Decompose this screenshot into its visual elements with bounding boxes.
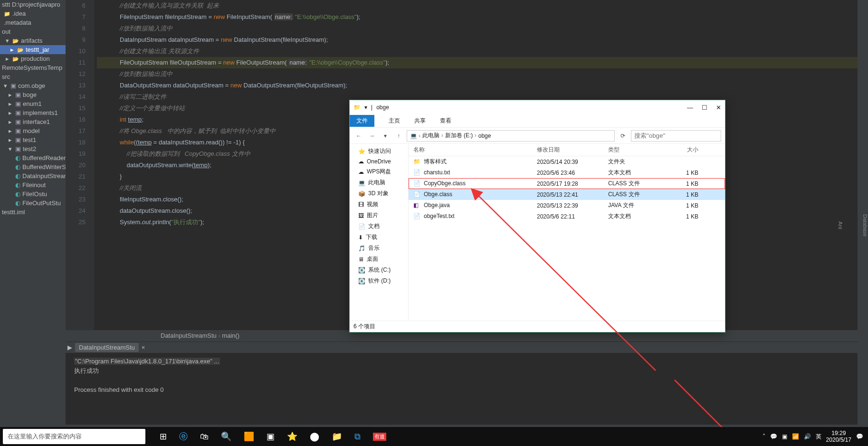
task-view-icon[interactable]: ⊞ — [160, 431, 167, 442]
sidebar-item[interactable]: implements1 — [0, 108, 66, 117]
code-line[interactable]: DataOutputStream dataOutputStream = new … — [97, 80, 858, 91]
project-sidebar[interactable]: sttt D:\project\javapro.idea.metadataout… — [0, 0, 66, 446]
sidebar-item[interactable]: .idea — [0, 9, 66, 18]
tree-item[interactable]: 🖥桌面 — [350, 254, 408, 265]
code-line[interactable]: FileOutputStream fileOutputStream = new … — [97, 57, 858, 68]
ribbon-view[interactable]: 查看 — [440, 117, 451, 125]
tree-item[interactable]: ⬇下载 — [350, 232, 408, 243]
tree-item[interactable]: 💻此电脑 — [350, 177, 408, 188]
ribbon[interactable]: 文件 主页 共享 查看 — [350, 114, 725, 128]
sidebar-item[interactable]: boge — [0, 90, 66, 99]
nav-bar[interactable]: ← → ▾ ↑ 💻 此电脑 新加卷 (E:) obge ⟳ — [350, 128, 725, 144]
run-tab-label[interactable]: DataInputStreamStu — [75, 343, 139, 352]
sidebar-item[interactable]: production — [0, 54, 66, 63]
history-dropdown[interactable]: ▾ — [380, 133, 391, 139]
tree-item[interactable]: 🎞视频 — [350, 199, 408, 210]
explorer-titlebar[interactable]: 📁 ▾ | obge — ☐ ✕ — [350, 100, 725, 114]
clock[interactable]: 19:292020/5/17 — [826, 430, 851, 443]
tray-chevron-icon[interactable]: ˄ — [763, 433, 765, 440]
console[interactable]: "C:\Program Files\Java\jdk1.8.0_171\bin\… — [66, 353, 858, 424]
sidebar-item[interactable]: test1 — [0, 135, 66, 144]
taskbar-search[interactable]: 在这里输入你要搜索的内容 — [3, 429, 145, 444]
search-input[interactable] — [631, 130, 721, 142]
sidebar-item[interactable]: test2 — [0, 144, 66, 153]
search-icon[interactable]: 🔍 — [221, 431, 231, 442]
tree-item[interactable]: 🎵音乐 — [350, 243, 408, 254]
sidebar-item[interactable]: FileOutPutStu — [0, 199, 66, 208]
maximize-button[interactable]: ☐ — [702, 104, 707, 111]
ribbon-home[interactable]: 主页 — [389, 117, 400, 125]
sidebar-item[interactable]: enum1 — [0, 99, 66, 108]
intellij-icon[interactable]: ▣ — [267, 431, 275, 442]
tree-item[interactable]: 📄文档 — [350, 221, 408, 232]
code-line[interactable]: //放到数据输入流中 — [97, 23, 858, 34]
sidebar-item[interactable]: sttt D:\project\javapro — [0, 0, 66, 9]
taskbar-icons[interactable]: ⊞ ⓔ 🛍 🔍 🟧 ▣ ⭐ ⬤ 📁 ⧉ 有道 — [160, 431, 386, 442]
forward-button[interactable]: → — [367, 133, 377, 139]
code-line[interactable]: //创建文件输入流与源文件关联 起来 — [97, 0, 858, 11]
file-row[interactable]: CopyObge.class2020/5/17 19:28CLASS 文件1 K… — [409, 178, 725, 189]
file-explorer-window[interactable]: 📁 ▾ | obge — ☐ ✕ 文件 主页 共享 查看 ← → ▾ ↑ 💻 此… — [349, 100, 725, 332]
sidebar-item[interactable]: BufferedWriterStu — [0, 162, 66, 171]
ribbon-file[interactable]: 文件 — [350, 115, 374, 127]
column-headers[interactable]: 名称 修改日期 类型 大小 — [409, 144, 725, 156]
sidebar-item[interactable]: com.obge — [0, 81, 66, 90]
back-button[interactable]: ← — [353, 133, 364, 139]
wifi-icon[interactable]: 📶 — [792, 433, 799, 440]
tree-item[interactable]: 🖼图片 — [350, 210, 408, 221]
youdao-icon[interactable]: 有道 — [373, 433, 386, 441]
nav-tree[interactable]: ⭐快速访问☁OneDrive☁WPS网盘💻此电脑📦3D 对象🎞视频🖼图片📄文档⬇… — [350, 144, 409, 321]
file-row[interactable]: Obge.class2020/5/13 22:41CLASS 文件1 KB — [409, 189, 725, 200]
tree-item[interactable]: 💽软件 (D:) — [350, 275, 408, 286]
col-type[interactable]: 类型 — [608, 146, 665, 154]
chevron-down-icon[interactable]: ▾ — [364, 104, 367, 111]
file-row[interactable]: obgeTest.txt2020/5/6 22:11文本文档1 KB — [409, 211, 725, 222]
run-tab-bar[interactable]: ▶ DataInputStreamStu × — [66, 342, 858, 353]
code-line[interactable]: FileInputStream fileInputStream = new Fi… — [97, 11, 858, 23]
ime-indicator[interactable]: 英 — [816, 433, 821, 441]
refresh-button[interactable]: ⟳ — [618, 133, 628, 139]
sidebar-item[interactable]: artifacts — [0, 36, 66, 45]
close-button[interactable]: ✕ — [716, 104, 721, 111]
file-row[interactable]: charstu.txt2020/5/6 23:46文本文档1 KB — [409, 167, 725, 178]
ant-tab[interactable]: Ant — [838, 221, 843, 229]
sidebar-item[interactable]: FileIOstu — [0, 190, 66, 199]
store-icon[interactable]: 🛍 — [200, 432, 209, 442]
code-line[interactable]: //放到数据输出流中 — [97, 68, 858, 80]
col-size[interactable]: 大小 — [665, 146, 703, 154]
sidebar-item[interactable]: RemoteSystemsTemp — [0, 63, 66, 72]
tree-item[interactable]: 💽系统 (C:) — [350, 265, 408, 275]
tree-item[interactable]: ☁OneDrive — [350, 157, 408, 166]
sidebar-item[interactable]: BufferedReaderStu — [0, 153, 66, 162]
file-row[interactable]: 博客样式2020/5/14 20:39文件夹 — [409, 156, 725, 167]
volume-icon[interactable]: 🔊 — [804, 433, 811, 440]
code-line[interactable]: //创建文件输出流 关联源文件 — [97, 46, 858, 57]
tree-item[interactable]: ⭐快速访问 — [350, 146, 408, 157]
sidebar-item[interactable]: out — [0, 27, 66, 36]
sidebar-item[interactable]: DataInputStreamStu — [0, 171, 66, 180]
tree-item[interactable]: 📦3D 对象 — [350, 188, 408, 199]
col-date[interactable]: 修改日期 — [537, 146, 608, 154]
file-list[interactable]: 名称 修改日期 类型 大小 博客样式2020/5/14 20:39文件夹char… — [409, 144, 725, 321]
sidebar-item[interactable]: testtt_jar — [0, 45, 66, 54]
app-icon[interactable]: 🟧 — [244, 431, 254, 442]
windows-taskbar[interactable]: 在这里输入你要搜索的内容 ⊞ ⓔ 🛍 🔍 🟧 ▣ ⭐ ⬤ 📁 ⧉ 有道 ˄ 💬 … — [0, 427, 868, 446]
address-bar[interactable]: 💻 此电脑 新加卷 (E:) obge — [407, 130, 615, 142]
close-icon[interactable]: × — [142, 344, 145, 351]
col-name[interactable]: 名称 — [413, 146, 537, 154]
sidebar-item[interactable]: src — [0, 72, 66, 81]
tree-item[interactable]: ☁WPS网盘 — [350, 166, 408, 177]
star-icon[interactable]: ⭐ — [287, 431, 297, 442]
chrome-icon[interactable]: ⬤ — [310, 431, 319, 442]
sidebar-item[interactable]: interface1 — [0, 117, 66, 126]
sidebar-item[interactable]: .metadata — [0, 18, 66, 27]
up-button[interactable]: ↑ — [393, 133, 404, 139]
edge-icon[interactable]: ⓔ — [179, 431, 188, 442]
vscode-icon[interactable]: ⧉ — [354, 432, 361, 442]
wechat-icon[interactable]: 💬 — [770, 433, 777, 440]
database-tab[interactable]: Database — [862, 214, 868, 237]
ribbon-share[interactable]: 共享 — [414, 117, 426, 125]
code-line[interactable]: DataInputStream dataInputStream = new Da… — [97, 34, 858, 46]
explorer-icon[interactable]: 📁 — [332, 431, 342, 442]
sidebar-item[interactable]: Fileinout — [0, 180, 66, 190]
